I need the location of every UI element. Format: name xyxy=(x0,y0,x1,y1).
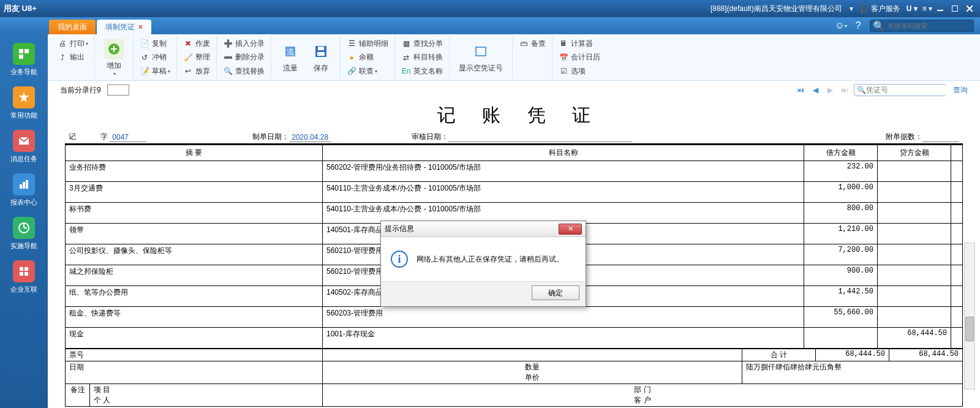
cell-credit[interactable] xyxy=(878,161,951,181)
grid-row[interactable]: 租金、快递费等560203-管理费用55,660.00 xyxy=(66,307,962,328)
barcode-search-input[interactable] xyxy=(888,22,972,29)
nav-last-icon[interactable]: ⏭ xyxy=(839,85,850,96)
cell-credit[interactable] xyxy=(878,307,951,327)
nav-prev-icon[interactable]: ◀ xyxy=(810,85,821,96)
btn-show-empty[interactable]: 显示空凭证号 xyxy=(453,41,508,74)
cell-credit[interactable] xyxy=(878,244,951,265)
sidebar-item-fav[interactable]: 常用功能 xyxy=(6,86,42,120)
btn-aux-detail[interactable]: ☰辅助明细 xyxy=(344,37,391,50)
btn-tidy[interactable]: 🧹整理 xyxy=(181,51,213,64)
cell-account[interactable]: 560202-管理费用/业务招待费 - 1010005/市场部 xyxy=(323,161,804,181)
customer-service-link[interactable]: 客户服务 xyxy=(871,4,900,14)
window-close[interactable] xyxy=(963,3,976,14)
nav-next-icon[interactable]: ▶ xyxy=(824,85,835,96)
cell-summary[interactable]: 纸、笔等办公费用 xyxy=(66,286,323,306)
btn-acc-convert[interactable]: ⇄科目转换 xyxy=(399,51,445,64)
cell-credit[interactable] xyxy=(878,203,951,223)
cell-summary[interactable]: 公司投影仪、摄像头、保险柜等 xyxy=(66,244,323,265)
btn-find-sep[interactable]: ▦查找分单 xyxy=(399,37,445,50)
tab-close-icon[interactable]: × xyxy=(138,23,143,31)
cell-summary[interactable]: 租金、快递费等 xyxy=(66,307,323,327)
cell-credit[interactable]: 68,444.50 xyxy=(878,328,951,348)
barcode-search[interactable]: 🔍 xyxy=(870,20,974,32)
help-icon[interactable]: ? xyxy=(853,20,864,31)
cell-debit[interactable]: 1,000.00 xyxy=(804,182,878,202)
voucher-number[interactable]: 0047 xyxy=(110,133,146,142)
grid-row[interactable]: 3月交通费540110-主营业务成本/办公费 - 1010005/市场部1,00… xyxy=(66,182,962,203)
cell-credit[interactable] xyxy=(878,182,951,202)
svg-rect-25 xyxy=(317,52,325,56)
attach-count[interactable] xyxy=(922,142,959,142)
window-minimize[interactable] xyxy=(933,3,947,14)
smiley-icon[interactable]: ☺ ▾ xyxy=(835,20,846,31)
window-maximize[interactable] xyxy=(948,3,962,14)
btn-save[interactable]: 保存 xyxy=(306,41,336,74)
cell-summary[interactable]: 业务招待费 xyxy=(66,161,323,181)
sidebar-item-report[interactable]: 报表中心 xyxy=(6,173,42,207)
cell-debit[interactable]: 800.00 xyxy=(804,203,878,223)
dropdown-icon[interactable]: ▾ xyxy=(850,4,853,13)
btn-calc[interactable]: 🖩计算器 xyxy=(556,37,603,50)
cell-summary[interactable]: 领带 xyxy=(66,224,323,244)
btn-find-replace[interactable]: 🔍查找替换 xyxy=(221,64,267,78)
cell-account[interactable]: 1001-库存现金 xyxy=(323,328,804,348)
headset-icon[interactable]: 🎧 xyxy=(859,4,869,13)
cell-debit[interactable]: 55,660.00 xyxy=(804,307,878,327)
query-link[interactable]: 查询 xyxy=(953,85,968,96)
btn-eng-name[interactable]: En英文名称 xyxy=(399,64,445,78)
info-icon: i xyxy=(391,251,408,268)
cell-credit[interactable] xyxy=(878,224,951,244)
config-icon[interactable]: ≡ ▾ xyxy=(922,4,932,13)
cell-summary[interactable]: 标书费 xyxy=(66,203,323,223)
grid-row[interactable]: 业务招待费560202-管理费用/业务招待费 - 1010005/市场部232.… xyxy=(66,161,962,182)
voucher-num-search[interactable]: 🔍 xyxy=(854,84,946,96)
dialog-titlebar[interactable]: 提示信息 ✕ xyxy=(381,221,586,237)
cell-debit[interactable]: 1,210.00 xyxy=(804,224,878,244)
cell-debit[interactable]: 7,200.00 xyxy=(804,244,878,265)
btn-linked-query[interactable]: 🔗联查▾ xyxy=(344,64,391,78)
current-line-input[interactable] xyxy=(107,85,129,96)
nav-first-icon[interactable]: ⏮ xyxy=(795,85,806,96)
cell-account[interactable]: 560203-管理费用 xyxy=(323,307,804,327)
btn-void[interactable]: ✖作废 xyxy=(181,37,213,50)
cell-credit[interactable] xyxy=(878,265,951,285)
btn-abandon[interactable]: ↩放弃 xyxy=(181,64,213,78)
sidebar-item-ent[interactable]: 企业互联 xyxy=(6,260,42,294)
btn-output[interactable]: ⤴输出 xyxy=(55,51,91,64)
dialog-close-icon[interactable]: ✕ xyxy=(559,224,582,235)
cell-debit[interactable]: 900.00 xyxy=(804,265,878,285)
voucher-date[interactable]: 2020.04.28 xyxy=(289,133,331,142)
tab-home[interactable]: 我的桌面 xyxy=(49,20,96,34)
u-menu[interactable]: U ▾ xyxy=(907,4,918,13)
btn-draft[interactable]: 📝草稿▾ xyxy=(137,64,173,78)
cell-summary[interactable]: 3月交通费 xyxy=(66,182,323,202)
btn-insert-line[interactable]: ➕插入分录 xyxy=(221,37,267,50)
btn-balance[interactable]: ●余额 xyxy=(344,51,391,64)
sidebar-item-msg[interactable]: 消息任务 xyxy=(6,130,42,164)
cell-summary[interactable]: 现金 xyxy=(66,328,323,348)
sidebar-item-biznav[interactable]: 业务导航 xyxy=(6,43,42,77)
sidebar-item-impl[interactable]: 实施导航 xyxy=(6,217,42,251)
scrollbar-thumb[interactable] xyxy=(965,317,974,341)
btn-reverse[interactable]: ↺冲销 xyxy=(137,51,173,64)
btn-options[interactable]: ☑选项 xyxy=(556,64,603,78)
cell-debit[interactable]: 232.00 xyxy=(804,161,878,181)
cell-credit[interactable] xyxy=(878,286,951,306)
grid-row[interactable]: 现金1001-库存现金68,444.50 xyxy=(66,328,962,349)
grid-scrollbar[interactable] xyxy=(964,243,975,390)
audit-date[interactable] xyxy=(448,142,632,142)
btn-backup[interactable]: 🗃备查 xyxy=(516,37,548,50)
btn-delete-line[interactable]: ➖删除分录 xyxy=(221,51,267,64)
cell-account[interactable]: 540110-主营业务成本/办公费 - 1010005/市场部 xyxy=(323,182,804,202)
dialog-ok-button[interactable]: 确定 xyxy=(532,285,579,300)
btn-calendar[interactable]: 📅会计日历 xyxy=(556,51,603,64)
tab-voucher[interactable]: 填制凭证× xyxy=(97,20,151,34)
btn-copy[interactable]: 📄复制 xyxy=(137,37,173,50)
cell-debit[interactable] xyxy=(804,328,878,348)
cell-summary[interactable]: 城之邦保险柜 xyxy=(66,265,323,285)
voucher-num-input[interactable] xyxy=(866,86,958,94)
cell-debit[interactable]: 1,442.50 xyxy=(804,286,878,306)
btn-print[interactable]: 🖨打印▾ xyxy=(55,37,91,50)
btn-flow[interactable]: 流流量 xyxy=(275,41,306,74)
btn-add[interactable]: 增加▾ xyxy=(99,39,129,77)
